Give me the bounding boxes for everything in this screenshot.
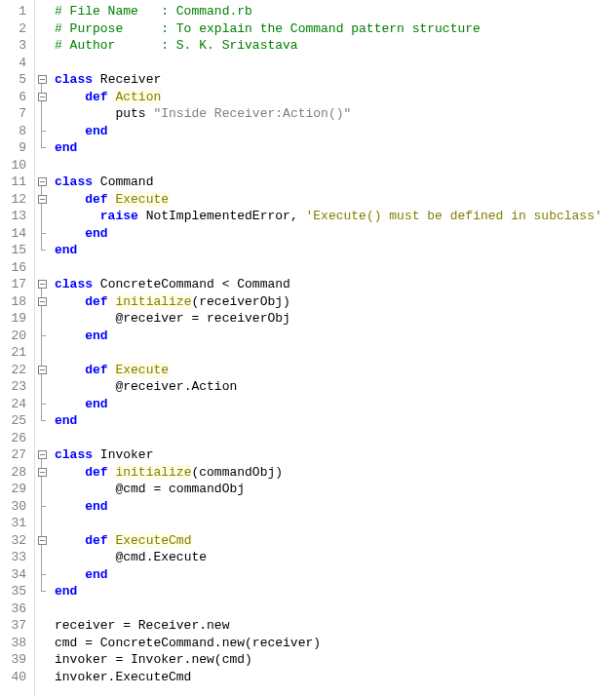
fold-marker[interactable] [35, 89, 49, 106]
fold-marker[interactable] [35, 293, 49, 311]
fold-marker[interactable] [35, 242, 49, 259]
line-number: 26 [4, 430, 26, 447]
code-line[interactable]: end [55, 242, 616, 259]
code-line[interactable]: end [55, 583, 616, 600]
fold-marker[interactable] [35, 139, 49, 157]
fold-marker[interactable] [35, 208, 49, 225]
token [298, 209, 306, 223]
code-line[interactable] [55, 430, 616, 447]
code-line[interactable]: @cmd.Execute [55, 549, 616, 566]
code-line[interactable] [55, 600, 616, 618]
fold-marker [35, 600, 49, 618]
token: initialize [115, 294, 191, 309]
code-line[interactable]: @receiver = receiverObj [55, 310, 616, 328]
token: receiver = Receiver.new [55, 618, 229, 633]
fold-marker[interactable] [35, 328, 49, 345]
code-line[interactable]: raise NotImplementedError, 'Execute() mu… [55, 208, 616, 225]
token: end [85, 567, 107, 582]
fold-marker[interactable] [35, 174, 49, 191]
code-line[interactable] [55, 515, 616, 532]
code-editor[interactable]: # File Name : Command.rb# Purpose : To e… [49, 0, 616, 697]
code-line[interactable]: receiver = Receiver.new [55, 617, 616, 635]
code-line[interactable]: class ConcreteCommand < Command [55, 276, 616, 293]
line-number: 39 [4, 651, 26, 669]
code-line[interactable]: def ExecuteCmd [55, 532, 616, 550]
fold-marker[interactable] [35, 515, 49, 532]
code-line[interactable] [55, 259, 616, 277]
fold-marker[interactable] [35, 396, 49, 413]
code-line[interactable]: class Receiver [55, 71, 616, 89]
code-line[interactable] [55, 55, 616, 72]
token [55, 533, 85, 548]
fold-marker[interactable] [35, 532, 49, 550]
fold-marker[interactable] [35, 191, 49, 209]
fold-marker[interactable] [35, 362, 49, 379]
fold-margin[interactable] [35, 0, 49, 697]
code-line[interactable]: # Author : S. K. Srivastava [55, 37, 616, 55]
fold-marker[interactable] [35, 446, 49, 464]
code-line[interactable]: @cmd = commandObj [55, 481, 616, 498]
code-line[interactable]: def Action [55, 89, 616, 106]
code-line[interactable]: end [55, 396, 616, 413]
token: def [85, 533, 107, 548]
token [55, 106, 115, 121]
line-number: 38 [4, 635, 26, 652]
token: end [85, 397, 107, 411]
token: def [85, 90, 107, 104]
line-number: 27 [4, 446, 26, 464]
fold-marker[interactable] [35, 498, 49, 516]
code-line[interactable]: end [55, 139, 616, 157]
token [55, 379, 115, 394]
token [55, 482, 115, 496]
token [93, 174, 100, 189]
line-number: 4 [4, 55, 26, 72]
code-line[interactable]: end [55, 566, 616, 584]
code-line[interactable]: def initialize(commandObj) [55, 464, 616, 482]
fold-marker[interactable] [35, 225, 49, 243]
fold-marker [35, 3, 49, 20]
code-line[interactable]: def Execute [55, 362, 616, 379]
code-line[interactable]: end [55, 412, 616, 430]
fold-marker[interactable] [35, 481, 49, 498]
fold-marker[interactable] [35, 310, 49, 328]
code-line[interactable]: class Command [55, 174, 616, 191]
code-line[interactable]: invoker.ExecuteCmd [55, 669, 616, 686]
fold-marker[interactable] [35, 276, 49, 293]
code-line[interactable]: end [55, 225, 616, 243]
code-line[interactable]: invoker = Invoker.new(cmd) [55, 651, 616, 669]
fold-marker [35, 430, 49, 447]
code-line[interactable]: def Execute [55, 191, 616, 209]
fold-marker[interactable] [35, 566, 49, 584]
fold-marker[interactable] [35, 378, 49, 396]
code-line[interactable]: cmd = ConcreteCommand.new(receiver) [55, 635, 616, 652]
code-line[interactable]: # File Name : Command.rb [55, 3, 616, 20]
code-line[interactable]: end [55, 123, 616, 140]
line-number: 11 [4, 174, 26, 191]
fold-marker[interactable] [35, 412, 49, 430]
fold-marker[interactable] [35, 549, 49, 566]
code-line[interactable]: def initialize(receiverObj) [55, 293, 616, 311]
code-line[interactable]: # Purpose : To explain the Command patte… [55, 20, 616, 38]
code-line[interactable] [55, 344, 616, 362]
code-line[interactable]: puts "Inside Receiver:Action()" [55, 105, 616, 123]
token [93, 277, 100, 291]
fold-marker[interactable] [35, 71, 49, 89]
code-line[interactable]: class Invoker [55, 446, 616, 464]
token: end [85, 499, 107, 514]
fold-marker[interactable] [35, 464, 49, 482]
code-line[interactable]: end [55, 498, 616, 516]
line-number: 37 [4, 617, 26, 635]
line-number: 22 [4, 362, 26, 379]
token: # Purpose : To explain the Command patte… [55, 21, 481, 36]
code-line[interactable]: end [55, 328, 616, 345]
line-number: 9 [4, 139, 26, 157]
fold-marker[interactable] [35, 344, 49, 362]
fold-marker[interactable] [35, 123, 49, 140]
fold-marker[interactable] [35, 105, 49, 123]
code-line[interactable]: @receiver.Action [55, 378, 616, 396]
code-line[interactable] [55, 157, 616, 174]
fold-marker[interactable] [35, 583, 49, 600]
fold-marker [35, 617, 49, 635]
line-number: 6 [4, 89, 26, 106]
line-number: 1 [4, 3, 26, 20]
